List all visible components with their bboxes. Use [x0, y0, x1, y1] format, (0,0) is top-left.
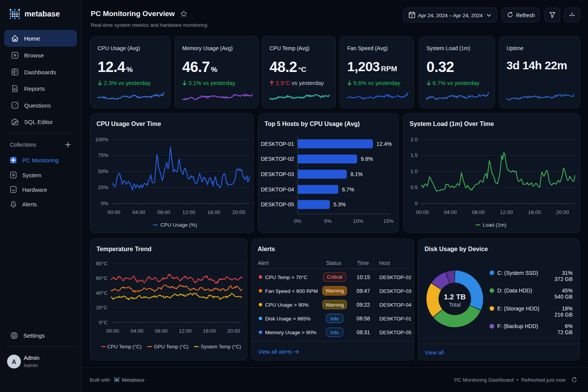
- svg-text:31%: 31%: [562, 270, 573, 276]
- svg-text:DESKTOP-02: DESKTOP-02: [379, 274, 411, 280]
- svg-text:Disk Usage by Device: Disk Usage by Device: [425, 246, 488, 252]
- svg-text:00:00: 00:00: [106, 328, 119, 334]
- svg-text:Hardware: Hardware: [22, 186, 47, 193]
- svg-text:09:22: 09:22: [356, 301, 370, 307]
- svg-text:04:00: 04:00: [130, 328, 143, 334]
- svg-text:15%: 15%: [383, 218, 394, 224]
- svg-text:75%: 75%: [98, 152, 108, 158]
- svg-text:Home: Home: [24, 35, 40, 42]
- svg-text:8.1%: 8.1%: [351, 171, 363, 177]
- svg-text:Settings: Settings: [23, 332, 45, 339]
- svg-text:10:15: 10:15: [356, 274, 370, 280]
- svg-text:Top 5 Hosts by CPU Usage (Avg): Top 5 Hosts by CPU Usage (Avg): [265, 121, 360, 127]
- svg-text:04:00: 04:00: [444, 209, 457, 215]
- svg-text:Load (1m): Load (1m): [483, 222, 506, 228]
- svg-text:0%: 0%: [101, 201, 108, 206]
- svg-text:C: (System SSD): C: (System SSD): [497, 270, 538, 276]
- svg-text:0: 0: [415, 201, 418, 206]
- svg-text:Memory Usage > 90%: Memory Usage > 90%: [265, 329, 316, 335]
- svg-text:metabase: metabase: [24, 10, 60, 18]
- svg-text:2.0: 2.0: [410, 137, 418, 142]
- svg-text:12:00: 12:00: [182, 209, 195, 215]
- svg-text:0°C: 0°C: [99, 319, 108, 325]
- svg-text:Info: Info: [330, 315, 339, 321]
- svg-text:16:00: 16:00: [528, 209, 541, 215]
- svg-text:216 GB: 216 GB: [555, 311, 573, 317]
- svg-text:1.5: 1.5: [410, 152, 418, 158]
- svg-text:View all alerts: View all alerts: [258, 349, 292, 355]
- svg-text:08:58: 08:58: [356, 315, 370, 321]
- svg-text:Total: Total: [449, 302, 461, 308]
- svg-text:10%: 10%: [353, 218, 363, 224]
- svg-text:View all: View all: [425, 350, 444, 356]
- svg-text:45%: 45%: [562, 287, 573, 294]
- svg-text:16:00: 16:00: [207, 209, 220, 215]
- svg-text:08:00: 08:00: [157, 209, 170, 215]
- svg-text:Alert: Alert: [258, 260, 269, 266]
- svg-text:09:47: 09:47: [356, 287, 370, 294]
- svg-text:Time: Time: [357, 260, 369, 266]
- svg-text:72 GB: 72 GB: [557, 329, 573, 335]
- svg-text:D: (Data HDD): D: (Data HDD): [497, 287, 532, 294]
- svg-text:Questions: Questions: [24, 102, 51, 109]
- svg-text:DESKTOP-05: DESKTOP-05: [379, 329, 411, 335]
- svg-text:Alerts: Alerts: [258, 246, 275, 252]
- svg-text:00:00: 00:00: [416, 209, 429, 215]
- svg-text:Host: Host: [379, 260, 390, 266]
- svg-text:Info: Info: [330, 329, 339, 335]
- svg-text:12.4%: 12.4%: [377, 141, 392, 147]
- svg-text:08:00: 08:00: [472, 209, 485, 215]
- svg-text:1.2 TB: 1.2 TB: [444, 292, 466, 301]
- svg-text:SQL Editor: SQL Editor: [24, 119, 53, 125]
- svg-text:12:00: 12:00: [500, 209, 513, 215]
- svg-text:08:31: 08:31: [356, 329, 370, 335]
- svg-text:CPU Usage (%): CPU Usage (%): [160, 222, 197, 228]
- svg-text:372 GB: 372 GB: [555, 276, 573, 282]
- svg-text:Collections: Collections: [10, 142, 36, 148]
- svg-text:System Load (1m) Over Time: System Load (1m) Over Time: [410, 121, 494, 127]
- svg-text:1.0: 1.0: [410, 168, 418, 174]
- svg-text:Browse: Browse: [24, 52, 44, 59]
- svg-text:Warning: Warning: [325, 288, 344, 294]
- svg-text:5%: 5%: [324, 218, 332, 224]
- svg-text:18%: 18%: [562, 305, 573, 311]
- svg-text:Alerts: Alerts: [22, 201, 37, 207]
- svg-text:Dashboards: Dashboards: [24, 69, 56, 75]
- svg-text:Fan Speed < 600 RPM: Fan Speed < 600 RPM: [265, 288, 318, 294]
- svg-text:PC Monitoring: PC Monitoring: [22, 157, 59, 163]
- svg-text:20:00: 20:00: [232, 209, 245, 215]
- svg-text:20:00: 20:00: [556, 209, 569, 215]
- svg-text:9.8%: 9.8%: [361, 156, 373, 162]
- svg-text:CPU Usage Over Time: CPU Usage Over Time: [96, 121, 161, 127]
- svg-text:GPU Temp (°C): GPU Temp (°C): [154, 344, 188, 350]
- svg-text:Status: Status: [326, 260, 341, 266]
- svg-text:Temperature Trend: Temperature Trend: [96, 246, 152, 252]
- svg-text:DESKTOP-03: DESKTOP-03: [261, 171, 294, 177]
- svg-text:System Temp (°C): System Temp (°C): [201, 344, 241, 350]
- svg-text:40°C: 40°C: [96, 290, 107, 296]
- svg-text:0.5: 0.5: [410, 185, 418, 190]
- svg-text:6%: 6%: [565, 323, 573, 329]
- svg-text:Admin: Admin: [24, 363, 38, 368]
- svg-text:08:00: 08:00: [154, 328, 167, 334]
- svg-text:540 GB: 540 GB: [555, 294, 573, 300]
- svg-text:5.3%: 5.3%: [333, 201, 346, 207]
- svg-text:Critical: Critical: [327, 274, 342, 280]
- svg-text:DESKTOP-03: DESKTOP-03: [379, 288, 411, 294]
- svg-text:F: (Backup HDD): F: (Backup HDD): [497, 323, 538, 329]
- svg-text:CPU Temp (°C): CPU Temp (°C): [107, 344, 141, 350]
- svg-text:Warning: Warning: [325, 302, 344, 307]
- svg-text:00:00: 00:00: [107, 209, 120, 215]
- svg-text:A: A: [12, 359, 16, 365]
- svg-text:25%: 25%: [98, 185, 108, 190]
- svg-text:Disk Usage > 865%: Disk Usage > 865%: [265, 315, 310, 321]
- svg-text:60°C: 60°C: [96, 275, 107, 281]
- svg-text:System: System: [22, 172, 41, 178]
- svg-text:Reports: Reports: [24, 85, 45, 92]
- svg-text:E: (Storage HDD): E: (Storage HDD): [497, 305, 539, 311]
- svg-text:6.7%: 6.7%: [342, 186, 354, 193]
- svg-text:DESKTOP-04: DESKTOP-04: [261, 186, 294, 193]
- svg-text:04:00: 04:00: [132, 209, 145, 215]
- svg-text:20°C: 20°C: [96, 305, 107, 310]
- svg-text:CPU Temp > 70°C: CPU Temp > 70°C: [265, 274, 307, 280]
